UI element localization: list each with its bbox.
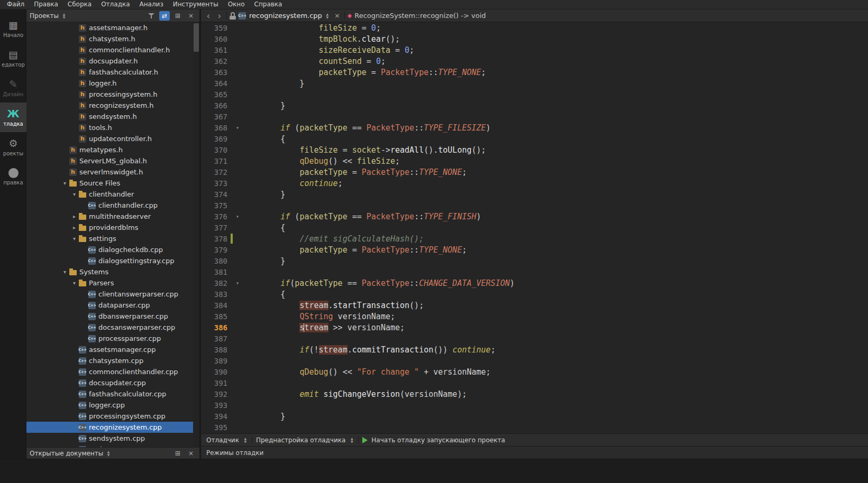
filter-icon[interactable]	[146, 11, 157, 21]
code-line[interactable]: 384 stream.startTransaction();	[201, 300, 868, 311]
back-icon[interactable]: ‹	[204, 11, 213, 21]
start-debug-label[interactable]: Начать отладку запускающего проекта	[371, 436, 505, 444]
menu-item[interactable]: Инструменты	[168, 0, 223, 9]
tree-item[interactable]: C++tools.cpp	[26, 444, 199, 447]
code-line[interactable]: 364 }	[201, 78, 868, 89]
tree-item[interactable]: C++docsupdater.cpp	[26, 377, 199, 388]
tree-item[interactable]: ▾Systems	[26, 266, 199, 277]
menu-item[interactable]: Сборка	[63, 0, 96, 9]
editor-tab[interactable]: recognizesystem.cpp	[249, 12, 322, 20]
menu-item[interactable]: Правка	[29, 0, 63, 9]
mode-debug[interactable]: Жтладка	[0, 103, 26, 132]
tree-item[interactable]: ▾Parsers	[26, 277, 199, 289]
menu-item[interactable]: Анализ	[135, 0, 168, 9]
code-line[interactable]: 362 countSend = 0;	[201, 55, 868, 67]
fold-marker-icon[interactable]: ▾	[233, 213, 242, 219]
combo-arrows-icon[interactable]	[243, 436, 248, 444]
expand-arrow-icon[interactable]: ▸	[70, 213, 79, 219]
tree-scrollbar[interactable]	[193, 22, 199, 447]
start-debug-icon[interactable]	[362, 437, 368, 443]
tree-item[interactable]: ▾clienthandler	[26, 189, 199, 200]
tree-item[interactable]: C++clienthandler.cpp	[26, 200, 199, 211]
tree-item[interactable]: ▸multithreadserver	[26, 211, 199, 222]
symbol-selector[interactable]: RecognizeSystem::recognize() -> void	[354, 12, 486, 20]
tree-item[interactable]: C++recognizesystem.cpp	[26, 422, 199, 433]
code-line[interactable]: 367	[201, 111, 868, 122]
mode-help[interactable]: ?правка	[0, 162, 26, 191]
split-icon[interactable]: ⊞	[172, 449, 183, 458]
menu-item[interactable]: Отладка	[96, 0, 134, 9]
tree-item[interactable]: hprocessingsystem.h	[26, 89, 199, 100]
code-line[interactable]: 392 emit sigChangeVersion(versionName);	[201, 388, 868, 400]
tree-item[interactable]: C++fasthashcalculator.cpp	[26, 388, 199, 400]
tree-item[interactable]: C++commonclienthandler.cpp	[26, 366, 199, 377]
scrollbar-thumb[interactable]	[194, 23, 199, 52]
code-line[interactable]: 374 }	[201, 189, 868, 200]
code-line[interactable]: 395	[201, 422, 868, 433]
code-line[interactable]: 359 fileSize = 0;	[201, 22, 868, 33]
tree-item[interactable]: C++docsanswerparser.cpp	[26, 322, 199, 333]
code-line[interactable]: 394 }	[201, 411, 868, 422]
tree-item[interactable]: C++dbanswerparser.cpp	[26, 311, 199, 322]
tree-item[interactable]: hassetsmanager.h	[26, 22, 199, 33]
code-line[interactable]: 382▾ if(packetType == PacketType::CHANGE…	[201, 277, 868, 289]
tree-item[interactable]: hserverlmswidget.h	[26, 166, 199, 178]
code-line[interactable]: 378 //emit sigCalculateHash();	[201, 233, 868, 244]
tree-item[interactable]: C++clientanswerparser.cpp	[26, 289, 199, 300]
tree-item[interactable]: hrecognizesystem.h	[26, 100, 199, 111]
collapse-arrow-icon[interactable]: ▾	[70, 236, 79, 242]
tree-item[interactable]: C++assetsmanager.cpp	[26, 344, 199, 355]
tree-item[interactable]: C++chatsystem.cpp	[26, 355, 199, 366]
code-editor[interactable]: 359 fileSize = 0;360 tmpBlock.clear();36…	[201, 22, 868, 433]
code-line[interactable]: 365	[201, 89, 868, 100]
code-line[interactable]: 381	[201, 266, 868, 277]
debugger-selector[interactable]: Отладчик	[206, 436, 239, 444]
code-line[interactable]: 376▾ if (packetType == PacketType::TYPE_…	[201, 211, 868, 222]
code-line[interactable]: 368▾ if (packetType == PacketType::TYPE_…	[201, 122, 868, 133]
mode-editor[interactable]: ▤едактор	[0, 43, 26, 73]
fold-marker-icon[interactable]: ▾	[233, 280, 242, 286]
tree-item[interactable]: ▾settings	[26, 233, 199, 244]
code-line[interactable]: 363 packetType = PacketType::TYPE_NONE;	[201, 67, 868, 78]
code-line[interactable]: 370 fileSize = socket->readAll().toULong…	[201, 144, 868, 155]
code-line[interactable]: 371 qDebug() << fileSize;	[201, 155, 868, 166]
code-line[interactable]: 377 {	[201, 222, 868, 233]
menu-item[interactable]: Справка	[250, 0, 287, 9]
tree-item[interactable]: hupdatecontroller.h	[26, 133, 199, 144]
tree-item[interactable]: hmetatypes.h	[26, 144, 199, 155]
code-line[interactable]: 388 if(!stream.commitTransaction()) cont…	[201, 344, 868, 355]
tree-item[interactable]: hServerLMS_global.h	[26, 155, 199, 166]
code-line[interactable]: 373 continue;	[201, 178, 868, 189]
code-line[interactable]: 390 qDebug() << "For change " + versionN…	[201, 366, 868, 377]
debugger-preset-selector[interactable]: Преднастройка отладчика	[256, 436, 345, 444]
combo-arrows-icon[interactable]	[349, 436, 354, 444]
tree-item[interactable]: ▾Source Files	[26, 178, 199, 189]
document-list-arrows-icon[interactable]	[325, 12, 330, 20]
fold-marker-icon[interactable]: ▾	[233, 125, 242, 131]
code-line[interactable]: 383 {	[201, 289, 868, 300]
menu-item[interactable]: Файл	[2, 0, 29, 9]
tree-item[interactable]: C++processingsystem.cpp	[26, 411, 199, 422]
tree-item[interactable]: C++processparser.cpp	[26, 333, 199, 344]
sync-with-editor-icon[interactable]: ⇄	[159, 11, 170, 21]
tree-item[interactable]: hchatsystem.h	[26, 33, 199, 44]
split-icon[interactable]: ⊞	[172, 11, 183, 21]
tree-item[interactable]: C++dialogsettingstray.cpp	[26, 255, 199, 266]
pane-selector-arrows-icon[interactable]	[61, 12, 67, 20]
tree-item[interactable]: hdocsupdater.h	[26, 55, 199, 67]
tree-item[interactable]: hsendsystem.h	[26, 111, 199, 122]
mode-design[interactable]: ✎Дизайн	[0, 73, 26, 103]
tree-item[interactable]: C++logger.cpp	[26, 400, 199, 411]
lock-icon[interactable]	[230, 12, 236, 20]
code-line[interactable]: 375	[201, 200, 868, 211]
tree-item[interactable]: hlogger.h	[26, 78, 199, 89]
close-pane-icon[interactable]: ×	[186, 11, 196, 21]
code-line[interactable]: 391	[201, 377, 868, 388]
tree-item[interactable]: ▸providerdblms	[26, 222, 199, 233]
mode-projects[interactable]: ⚙роекты	[0, 132, 26, 162]
code-line[interactable]: 389	[201, 355, 868, 366]
forward-icon[interactable]: ›	[215, 11, 224, 21]
code-line[interactable]: 379 packetType = PacketType::TYPE_NONE;	[201, 244, 868, 255]
close-tab-icon[interactable]: ×	[333, 12, 342, 20]
code-line[interactable]: 386 stream >> versionName;	[201, 322, 868, 333]
